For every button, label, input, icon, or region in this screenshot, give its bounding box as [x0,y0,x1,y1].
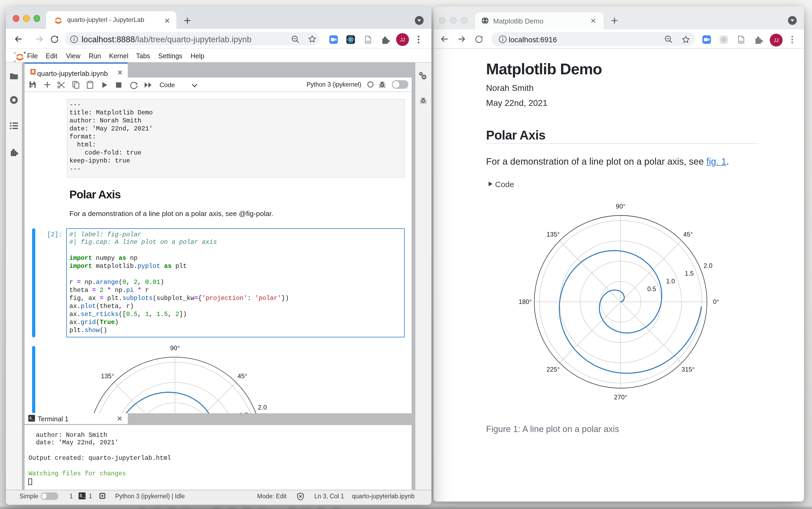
svg-text:0.5: 0.5 [647,285,656,293]
svg-text:135°: 135° [546,231,560,238]
svg-text:$_: $_ [29,416,34,420]
svg-text:1.5: 1.5 [684,270,693,277]
svg-text:90°: 90° [170,344,180,351]
svg-text:135°: 135° [101,372,114,380]
svg-text:2.0: 2.0 [703,262,712,269]
svg-text:315°: 315° [681,366,695,373]
svg-text:JJ: JJ [400,37,405,42]
svg-text:180°: 180° [518,298,532,305]
svg-text:270°: 270° [614,394,627,401]
svg-text:45°: 45° [683,231,693,238]
svg-text:1.5: 1.5 [239,411,248,413]
svg-text:1.0: 1.0 [666,277,675,285]
svg-text:90°: 90° [615,203,625,210]
svg-text:JJ: JJ [774,37,778,43]
svg-text:2.0: 2.0 [258,404,267,411]
svg-text:225°: 225° [546,366,560,373]
svg-text:$_: $_ [79,494,84,498]
svg-text:45°: 45° [238,372,247,380]
svg-text:0°: 0° [713,298,719,305]
